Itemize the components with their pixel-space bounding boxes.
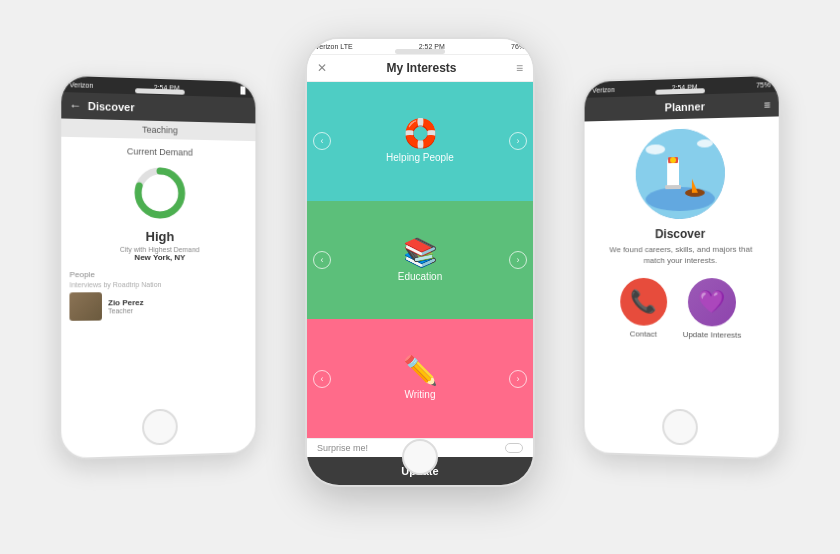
left-screen: Current Demand High City with Highest De… bbox=[61, 137, 255, 414]
back-arrow-icon[interactable]: ← bbox=[69, 98, 81, 113]
planner-actions: 📞 Contact 💜 Update Interests bbox=[620, 278, 742, 340]
svg-rect-4 bbox=[667, 159, 679, 187]
interests-footer: Surprise me! bbox=[307, 438, 533, 457]
interests-header: ✕ My Interests ≡ bbox=[307, 55, 533, 82]
contact-icon[interactable]: 📞 bbox=[620, 278, 667, 326]
close-icon[interactable]: ✕ bbox=[317, 61, 327, 75]
right-screen: Discover We found careers, skills, and m… bbox=[585, 116, 779, 413]
teaching-label: Teaching bbox=[142, 125, 178, 136]
left-battery: ▐▌ bbox=[238, 86, 248, 93]
right-carrier: Verizon bbox=[592, 86, 615, 94]
person-role: Teacher bbox=[108, 307, 144, 314]
center-time: 2:52 PM bbox=[419, 43, 445, 50]
contact-action: 📞 Contact bbox=[620, 278, 667, 339]
right-battery: 75% bbox=[756, 81, 770, 89]
center-carrier: Verizon LTE bbox=[315, 43, 353, 50]
person-name: Zio Perez bbox=[108, 298, 144, 307]
center-status-bar: Verizon LTE 2:52 PM 76% bbox=[307, 39, 533, 55]
education-label: Education bbox=[398, 271, 442, 282]
city-name: New York, NY bbox=[134, 253, 185, 262]
interviews-label: Interviews by Roadtrip Nation bbox=[69, 281, 247, 289]
phone-right: Verizon 2:54 PM 75% Planner ≡ bbox=[583, 74, 781, 461]
people-title: People bbox=[69, 270, 247, 279]
phone-left: Verizon 2:54 PM ▐▌ ← Discover Teaching C… bbox=[59, 74, 257, 461]
person-info: Zio Perez Teacher bbox=[108, 298, 144, 314]
people-section: People Interviews by Roadtrip Nation Zio… bbox=[69, 270, 247, 321]
writing-label: Writing bbox=[405, 389, 436, 400]
writing-icon: ✏️ bbox=[403, 357, 438, 385]
center-battery: 76% bbox=[511, 43, 525, 50]
interests-body: ‹ 🛟 Helping People › ‹ 📚 Education › ‹ ✏… bbox=[307, 82, 533, 438]
discover-body: Current Demand High City with Highest De… bbox=[61, 137, 255, 414]
writing-nav-left[interactable]: ‹ bbox=[313, 370, 331, 388]
heart-icon: 💜 bbox=[698, 289, 725, 315]
writing-nav-right[interactable]: › bbox=[509, 370, 527, 388]
left-carrier: Verizon bbox=[69, 81, 93, 89]
person-item: Zio Perez Teacher bbox=[69, 292, 247, 321]
update-interests-label: Update Interests bbox=[683, 330, 742, 340]
person-avatar bbox=[69, 292, 102, 321]
update-interests-action: 💜 Update Interests bbox=[683, 278, 742, 340]
menu-icon[interactable]: ≡ bbox=[516, 61, 523, 75]
update-interests-icon[interactable]: 💜 bbox=[688, 278, 736, 327]
discover-title: Discover bbox=[88, 100, 135, 113]
surprise-toggle[interactable] bbox=[505, 443, 523, 453]
right-time: 2:54 PM bbox=[672, 83, 698, 91]
planner-discover-desc: We found careers, skills, and majors tha… bbox=[592, 244, 770, 267]
planner-body: Discover We found careers, skills, and m… bbox=[585, 116, 779, 413]
helping-icon: 🛟 bbox=[403, 120, 438, 148]
interests-title: My Interests bbox=[386, 61, 456, 75]
helping-nav-right[interactable]: › bbox=[509, 132, 527, 150]
left-time: 2:54 PM bbox=[154, 83, 180, 91]
planner-menu-icon[interactable]: ≡ bbox=[764, 98, 771, 110]
phone-icon: 📞 bbox=[630, 289, 656, 315]
education-nav-right[interactable]: › bbox=[509, 251, 527, 269]
ship-svg bbox=[636, 128, 725, 219]
helping-nav-left[interactable]: ‹ bbox=[313, 132, 331, 150]
demand-donut-chart bbox=[130, 162, 189, 223]
planner-discover-title: Discover bbox=[655, 227, 705, 241]
update-button[interactable]: Update bbox=[307, 457, 533, 485]
ship-illustration bbox=[636, 128, 725, 219]
phones-container: Verizon 2:54 PM ▐▌ ← Discover Teaching C… bbox=[30, 17, 810, 537]
surprise-label: Surprise me! bbox=[317, 443, 368, 453]
education-icon: 📚 bbox=[403, 239, 438, 267]
interest-card-writing[interactable]: ‹ ✏️ Writing › bbox=[307, 319, 533, 438]
helping-label: Helping People bbox=[386, 152, 454, 163]
planner-title: Planner bbox=[665, 100, 705, 113]
interest-card-helping[interactable]: ‹ 🛟 Helping People › bbox=[307, 82, 533, 201]
svg-rect-6 bbox=[665, 185, 681, 189]
phone-center: Verizon LTE 2:52 PM 76% ✕ My Interests ≡… bbox=[305, 37, 535, 487]
interest-card-education[interactable]: ‹ 📚 Education › bbox=[307, 201, 533, 320]
demand-level: High bbox=[146, 229, 175, 244]
contact-label: Contact bbox=[630, 330, 657, 339]
education-nav-left[interactable]: ‹ bbox=[313, 251, 331, 269]
demand-title: Current Demand bbox=[127, 146, 193, 157]
